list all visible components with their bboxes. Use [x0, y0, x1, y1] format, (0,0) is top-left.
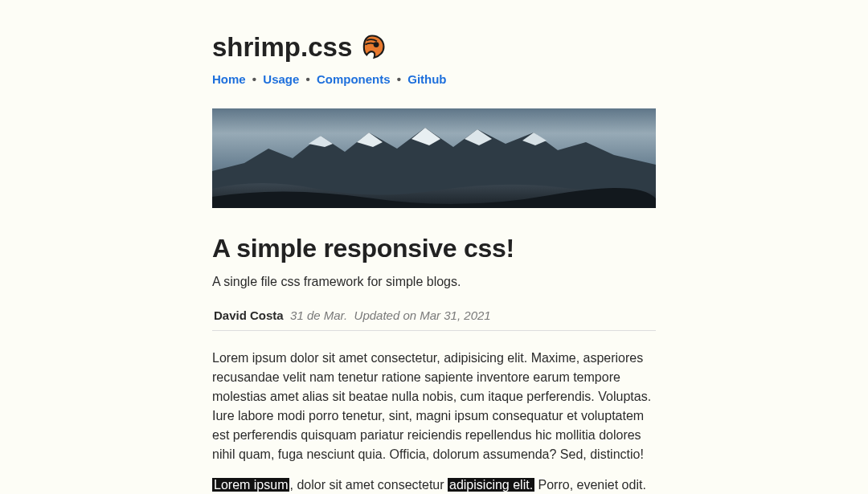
highlighted-text: adipisicing elit. [448, 478, 534, 492]
highlighted-text: Lorem ipsum [212, 478, 289, 492]
paragraph: Lorem ipsum, dolor sit amet consectetur … [212, 476, 656, 494]
hero-image [212, 108, 656, 208]
nav-separator: • [303, 72, 313, 86]
article-tagline: A single file css framework for simple b… [212, 275, 656, 289]
site-title: shrimp.css [212, 32, 656, 63]
main-nav: Home • Usage • Components • Github [212, 72, 656, 86]
nav-separator: • [394, 72, 404, 86]
updated-date: Updated on Mar 31, 2021 [354, 308, 491, 322]
site-title-text: shrimp.css [212, 32, 352, 63]
paragraph: Lorem ipsum dolor sit amet consectetur, … [212, 349, 656, 464]
article-headline: A simple responsive css! [212, 234, 656, 263]
shrimp-logo-icon [358, 34, 386, 61]
nav-link-github[interactable]: Github [407, 72, 446, 86]
nav-link-usage[interactable]: Usage [263, 72, 299, 86]
publish-date: 31 de Mar. [290, 308, 347, 322]
nav-separator: • [249, 72, 260, 86]
article-body: Lorem ipsum dolor sit amet consectetur, … [212, 349, 656, 494]
author-name: David Costa [214, 308, 284, 322]
text-segment: , dolor sit amet consectetur [289, 478, 448, 492]
nav-link-home[interactable]: Home [212, 72, 246, 86]
nav-link-components[interactable]: Components [317, 72, 391, 86]
article-byline: David Costa 31 de Mar. Updated on Mar 31… [212, 305, 656, 331]
